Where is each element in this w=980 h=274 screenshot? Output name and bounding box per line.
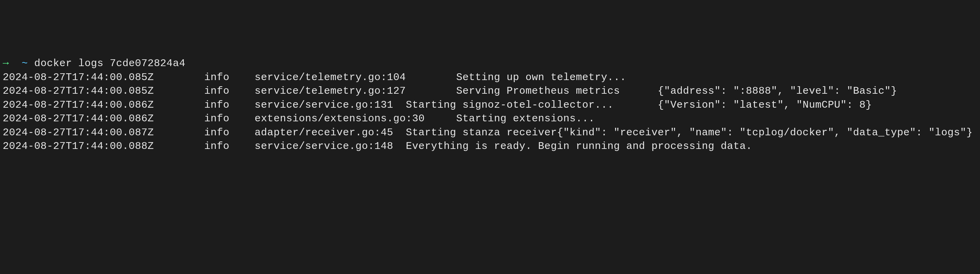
command-text: docker logs 7cde072824a4 [34,58,186,69]
prompt-arrow-icon: → [3,58,9,69]
prompt-path: ~ [22,58,28,69]
terminal[interactable]: → ~ docker logs 7cde072824a4 2024-08-27T… [0,55,980,155]
log-output: 2024-08-27T17:44:00.085Z info service/te… [3,72,972,152]
